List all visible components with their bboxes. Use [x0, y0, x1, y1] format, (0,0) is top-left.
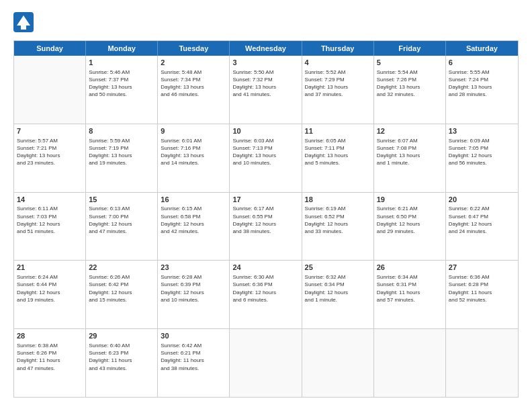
day-cell-10: 10Sunrise: 6:03 AM Sunset: 7:13 PM Dayli… [230, 124, 302, 192]
day-cell-29: 29Sunrise: 6:40 AM Sunset: 6:23 PM Dayli… [86, 329, 158, 397]
day-number: 30 [161, 331, 226, 341]
day-number: 14 [17, 195, 83, 205]
day-info: Sunrise: 6:42 AM Sunset: 6:21 PM Dayligh… [161, 342, 226, 372]
day-info: Sunrise: 5:54 AM Sunset: 7:26 PM Dayligh… [377, 68, 443, 99]
day-info: Sunrise: 6:22 AM Sunset: 6:47 PM Dayligh… [449, 205, 515, 235]
day-cell-6: 6Sunrise: 5:55 AM Sunset: 7:24 PM Daylig… [446, 56, 518, 124]
empty-cell [230, 329, 302, 397]
day-header-thursday: Thursday [302, 41, 374, 56]
day-cell-26: 26Sunrise: 6:34 AM Sunset: 6:31 PM Dayli… [374, 261, 446, 328]
day-info: Sunrise: 6:34 AM Sunset: 6:31 PM Dayligh… [377, 273, 443, 304]
day-cell-28: 28Sunrise: 6:38 AM Sunset: 6:26 PM Dayli… [14, 329, 86, 397]
day-number: 7 [17, 126, 83, 136]
day-cell-1: 1Sunrise: 5:46 AM Sunset: 7:37 PM Daylig… [86, 56, 158, 124]
day-cell-7: 7Sunrise: 5:57 AM Sunset: 7:21 PM Daylig… [14, 124, 86, 192]
day-number: 10 [232, 126, 298, 136]
logo [13, 13, 36, 34]
day-header-tuesday: Tuesday [158, 41, 230, 56]
day-number: 9 [161, 126, 226, 136]
day-number: 26 [377, 263, 443, 273]
day-info: Sunrise: 6:07 AM Sunset: 7:08 PM Dayligh… [377, 137, 443, 167]
day-number: 4 [305, 58, 371, 68]
day-cell-19: 19Sunrise: 6:21 AM Sunset: 6:50 PM Dayli… [374, 193, 446, 261]
svg-rect-2 [21, 24, 26, 30]
day-number: 12 [377, 126, 443, 136]
day-number: 15 [89, 195, 154, 205]
week-row-4: 21Sunrise: 6:24 AM Sunset: 6:44 PM Dayli… [14, 261, 518, 329]
day-cell-21: 21Sunrise: 6:24 AM Sunset: 6:44 PM Dayli… [14, 261, 86, 328]
week-row-1: 1Sunrise: 5:46 AM Sunset: 7:37 PM Daylig… [14, 56, 518, 124]
empty-cell [374, 329, 446, 397]
day-number: 19 [377, 195, 443, 205]
day-info: Sunrise: 6:15 AM Sunset: 6:58 PM Dayligh… [161, 205, 226, 235]
day-cell-23: 23Sunrise: 6:28 AM Sunset: 6:39 PM Dayli… [158, 261, 230, 328]
day-number: 20 [449, 195, 515, 205]
page: SundayMondayTuesdayWednesdayThursdayFrid… [0, 0, 532, 411]
day-info: Sunrise: 6:28 AM Sunset: 6:39 PM Dayligh… [161, 273, 226, 304]
day-info: Sunrise: 6:36 AM Sunset: 6:28 PM Dayligh… [449, 273, 515, 304]
day-number: 3 [232, 58, 298, 68]
day-info: Sunrise: 5:46 AM Sunset: 7:37 PM Dayligh… [89, 68, 154, 99]
day-info: Sunrise: 6:13 AM Sunset: 7:00 PM Dayligh… [89, 205, 154, 235]
day-cell-5: 5Sunrise: 5:54 AM Sunset: 7:26 PM Daylig… [374, 56, 446, 124]
day-cell-20: 20Sunrise: 6:22 AM Sunset: 6:47 PM Dayli… [446, 193, 518, 261]
day-cell-2: 2Sunrise: 5:48 AM Sunset: 7:34 PM Daylig… [158, 56, 230, 124]
logo-icon [13, 12, 34, 32]
day-header-wednesday: Wednesday [230, 41, 302, 56]
day-cell-22: 22Sunrise: 6:26 AM Sunset: 6:42 PM Dayli… [86, 261, 158, 328]
day-cell-16: 16Sunrise: 6:15 AM Sunset: 6:58 PM Dayli… [158, 193, 230, 261]
day-cell-27: 27Sunrise: 6:36 AM Sunset: 6:28 PM Dayli… [446, 261, 518, 328]
day-info: Sunrise: 6:19 AM Sunset: 6:52 PM Dayligh… [305, 205, 371, 235]
day-info: Sunrise: 6:17 AM Sunset: 6:55 PM Dayligh… [232, 205, 298, 235]
day-cell-11: 11Sunrise: 6:05 AM Sunset: 7:11 PM Dayli… [302, 124, 374, 192]
day-number: 28 [17, 331, 83, 341]
day-number: 22 [89, 263, 154, 273]
day-info: Sunrise: 6:05 AM Sunset: 7:11 PM Dayligh… [305, 137, 371, 167]
day-info: Sunrise: 6:09 AM Sunset: 7:05 PM Dayligh… [449, 137, 515, 167]
day-info: Sunrise: 5:59 AM Sunset: 7:19 PM Dayligh… [89, 137, 154, 167]
day-info: Sunrise: 6:38 AM Sunset: 6:26 PM Dayligh… [17, 342, 83, 372]
day-cell-14: 14Sunrise: 6:11 AM Sunset: 7:03 PM Dayli… [14, 193, 86, 261]
day-cell-18: 18Sunrise: 6:19 AM Sunset: 6:52 PM Dayli… [302, 193, 374, 261]
day-cell-12: 12Sunrise: 6:07 AM Sunset: 7:08 PM Dayli… [374, 124, 446, 192]
week-row-2: 7Sunrise: 5:57 AM Sunset: 7:21 PM Daylig… [14, 124, 518, 193]
day-info: Sunrise: 6:11 AM Sunset: 7:03 PM Dayligh… [17, 205, 83, 235]
day-cell-4: 4Sunrise: 5:52 AM Sunset: 7:29 PM Daylig… [302, 56, 374, 124]
day-number: 2 [161, 58, 226, 68]
day-number: 16 [161, 195, 226, 205]
header [13, 13, 519, 34]
day-number: 6 [449, 58, 515, 68]
day-info: Sunrise: 5:50 AM Sunset: 7:32 PM Dayligh… [232, 68, 298, 99]
day-header-monday: Monday [86, 41, 158, 56]
day-number: 8 [89, 126, 154, 136]
day-number: 1 [89, 58, 154, 68]
day-info: Sunrise: 6:26 AM Sunset: 6:42 PM Dayligh… [89, 273, 154, 304]
day-header-sunday: Sunday [14, 41, 86, 56]
day-info: Sunrise: 6:21 AM Sunset: 6:50 PM Dayligh… [377, 205, 443, 235]
empty-cell [14, 56, 86, 124]
day-number: 24 [232, 263, 298, 273]
day-cell-3: 3Sunrise: 5:50 AM Sunset: 7:32 PM Daylig… [230, 56, 302, 124]
day-header-friday: Friday [374, 41, 446, 56]
day-cell-24: 24Sunrise: 6:30 AM Sunset: 6:36 PM Dayli… [230, 261, 302, 328]
day-info: Sunrise: 6:01 AM Sunset: 7:16 PM Dayligh… [161, 137, 226, 167]
day-info: Sunrise: 5:55 AM Sunset: 7:24 PM Dayligh… [449, 68, 515, 99]
day-cell-15: 15Sunrise: 6:13 AM Sunset: 7:00 PM Dayli… [86, 193, 158, 261]
day-number: 21 [17, 263, 83, 273]
day-info: Sunrise: 6:32 AM Sunset: 6:34 PM Dayligh… [305, 273, 371, 304]
week-row-5: 28Sunrise: 6:38 AM Sunset: 6:26 PM Dayli… [14, 329, 518, 397]
day-number: 25 [305, 263, 371, 273]
day-number: 29 [89, 331, 154, 341]
day-cell-30: 30Sunrise: 6:42 AM Sunset: 6:21 PM Dayli… [158, 329, 230, 397]
day-cell-17: 17Sunrise: 6:17 AM Sunset: 6:55 PM Dayli… [230, 193, 302, 261]
day-info: Sunrise: 6:30 AM Sunset: 6:36 PM Dayligh… [232, 273, 298, 304]
week-row-3: 14Sunrise: 6:11 AM Sunset: 7:03 PM Dayli… [14, 193, 518, 261]
day-header-saturday: Saturday [446, 41, 518, 56]
day-cell-9: 9Sunrise: 6:01 AM Sunset: 7:16 PM Daylig… [158, 124, 230, 192]
day-number: 27 [449, 263, 515, 273]
day-info: Sunrise: 6:24 AM Sunset: 6:44 PM Dayligh… [17, 273, 83, 304]
empty-cell [302, 329, 374, 397]
day-number: 11 [305, 126, 371, 136]
day-cell-8: 8Sunrise: 5:59 AM Sunset: 7:19 PM Daylig… [86, 124, 158, 192]
day-number: 18 [305, 195, 371, 205]
